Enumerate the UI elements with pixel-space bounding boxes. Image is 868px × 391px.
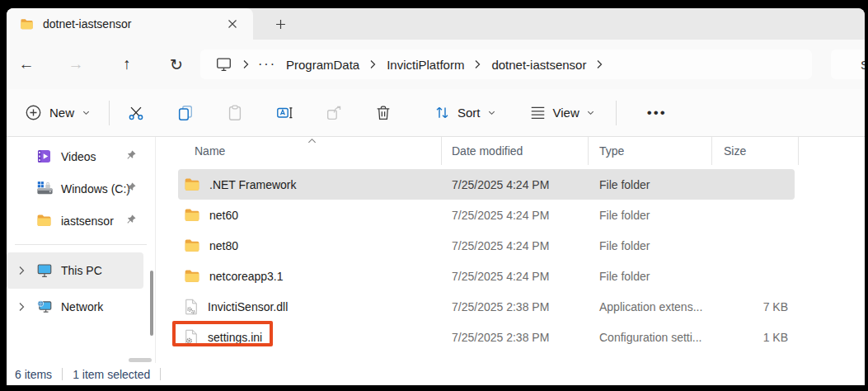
pin-icon — [125, 214, 137, 225]
copy-button[interactable] — [169, 97, 202, 129]
folder-icon — [36, 213, 54, 228]
tab-title: dotnet-iastsensor — [43, 17, 222, 31]
new-tab-button[interactable] — [269, 13, 292, 35]
refresh-button[interactable]: ↻ — [162, 50, 191, 78]
sidebar-item-label: Network — [61, 300, 155, 313]
file-date: 7/25/2025 2:38 PM — [442, 300, 589, 313]
breadcrumb-dotnet-iastsensor[interactable]: dotnet-iastsensor — [486, 55, 592, 74]
tab-dotnet-iastsensor[interactable]: dotnet-iastsensor — [7, 8, 253, 40]
sidebar-item-windows-c[interactable]: Windows (C:) — [7, 172, 155, 205]
file-row-settings-ini[interactable]: settings.ini 7/25/2025 2:38 PM Configura… — [156, 322, 865, 352]
sidebar-horizontal-scrollbar[interactable] — [129, 358, 152, 362]
search-placeholder: S — [861, 58, 865, 72]
navigation-bar: ← → ↑ ↻ ··· ProgramData InvictiPlatform — [7, 40, 865, 89]
this-pc-icon — [36, 263, 54, 278]
sidebar-item-label: Windows (C:) — [61, 182, 155, 196]
sidebar-item-iastsensor[interactable]: iastsensor — [7, 205, 155, 237]
sidebar-item-label: iastsensor — [61, 214, 155, 228]
folder-icon — [20, 17, 34, 31]
dll-file-icon — [184, 299, 199, 315]
chevron-right-icon — [369, 59, 377, 69]
chevron-right-icon — [474, 59, 481, 69]
content-area: Videos Windows (C:) — [7, 137, 865, 363]
sidebar-item-label: Videos — [61, 150, 155, 163]
command-bar: New — [7, 89, 865, 137]
forward-button[interactable]: → — [61, 50, 91, 78]
file-row-net-framework[interactable]: .NET Framework 7/25/2025 4:24 PM File fo… — [156, 169, 865, 200]
sidebar-item-this-pc[interactable]: This PC — [7, 252, 143, 289]
status-divider — [160, 368, 161, 380]
sidebar-item-videos[interactable]: Videos — [7, 140, 155, 172]
sidebar-separator — [15, 244, 147, 245]
folder-icon — [184, 177, 200, 193]
file-date: 7/25/2025 4:24 PM — [442, 270, 589, 283]
paste-button[interactable] — [218, 97, 251, 129]
file-row-net60[interactable]: net60 7/25/2025 4:24 PM File folder — [156, 200, 865, 230]
chevron-right-icon — [242, 59, 250, 69]
drive-icon — [36, 181, 54, 196]
rename-button[interactable] — [268, 97, 301, 129]
column-headers: Name Date modified Type Size — [156, 137, 865, 165]
sidebar-item-label: This PC — [61, 264, 143, 277]
up-button[interactable]: ↑ — [112, 50, 142, 78]
file-rows: .NET Framework 7/25/2025 4:24 PM File fo… — [156, 165, 865, 352]
file-name: .NET Framework — [209, 178, 297, 191]
view-button[interactable]: View — [522, 99, 603, 126]
new-button-label: New — [49, 106, 74, 120]
this-pc-icon[interactable] — [211, 54, 238, 74]
delete-button[interactable] — [367, 97, 400, 129]
network-icon — [36, 299, 54, 314]
tab-close-icon[interactable] — [222, 13, 243, 35]
file-name: net60 — [209, 209, 238, 222]
file-row-net80[interactable]: net80 7/25/2025 4:24 PM File folder — [156, 230, 865, 261]
column-header-date-modified[interactable]: Date modified — [442, 137, 589, 165]
pin-icon — [125, 181, 137, 193]
column-header-size[interactable]: Size — [712, 137, 799, 165]
file-date: 7/25/2025 2:38 PM — [442, 331, 589, 344]
list-lines-icon — [529, 105, 547, 120]
column-header-type[interactable]: Type — [589, 137, 712, 165]
file-type: File folder — [589, 239, 712, 252]
file-date: 7/25/2025 4:24 PM — [442, 239, 589, 252]
back-button[interactable]: ← — [12, 50, 41, 78]
file-explorer-window: dotnet-iastsensor ← → ↑ ↻ · — [7, 8, 865, 385]
chevron-down-icon — [586, 108, 595, 117]
breadcrumb-invictiplatform[interactable]: InvictiPlatform — [381, 55, 470, 74]
toolbar-divider — [616, 101, 617, 125]
sidebar-vertical-scrollbar[interactable] — [150, 271, 153, 336]
column-header-name[interactable]: Name — [156, 137, 442, 165]
new-button[interactable]: New — [16, 98, 99, 127]
videos-icon — [36, 148, 54, 164]
search-input[interactable]: S — [831, 49, 865, 79]
sort-arrows-icon — [434, 104, 451, 121]
sidebar-item-network[interactable]: Network — [7, 289, 155, 325]
chevron-down-icon — [487, 108, 496, 117]
sort-button[interactable]: Sort — [426, 98, 504, 127]
see-more-button[interactable]: ••• — [640, 105, 674, 121]
address-bar[interactable]: ··· ProgramData InvictiPlatform dotnet-i… — [200, 49, 812, 79]
file-size: 7 KB — [712, 300, 799, 313]
chevron-down-icon — [82, 108, 91, 117]
cut-button[interactable] — [120, 97, 152, 129]
toolbar-divider — [109, 101, 110, 125]
items-count: 6 items — [15, 368, 52, 381]
file-name: net80 — [209, 239, 238, 252]
chevron-right-icon[interactable] — [18, 266, 36, 276]
file-date: 7/25/2025 4:24 PM — [442, 178, 589, 191]
breadcrumb-overflow[interactable]: ··· — [254, 57, 280, 72]
sort-label: Sort — [457, 106, 481, 120]
file-type: Configuration setti... — [589, 331, 712, 344]
file-row-invictisensor-dll[interactable]: InvictiSensor.dll 7/25/2025 2:38 PM Appl… — [156, 291, 865, 322]
file-name: settings.ini — [208, 331, 262, 344]
folder-icon — [184, 238, 200, 254]
plus-circle-icon — [25, 104, 42, 121]
chevron-right-icon[interactable] — [18, 302, 36, 312]
file-type: File folder — [589, 178, 712, 191]
tab-strip: dotnet-iastsensor — [7, 8, 865, 40]
screenshot-frame: dotnet-iastsensor ← → ↑ ↻ · — [0, 0, 868, 391]
sort-ascending-icon — [307, 138, 317, 144]
ini-file-icon — [184, 329, 199, 346]
share-button[interactable] — [317, 97, 350, 129]
file-row-netcoreapp31[interactable]: netcoreapp3.1 7/25/2025 4:24 PM File fol… — [156, 261, 865, 291]
breadcrumb-programdata[interactable]: ProgramData — [280, 55, 365, 74]
